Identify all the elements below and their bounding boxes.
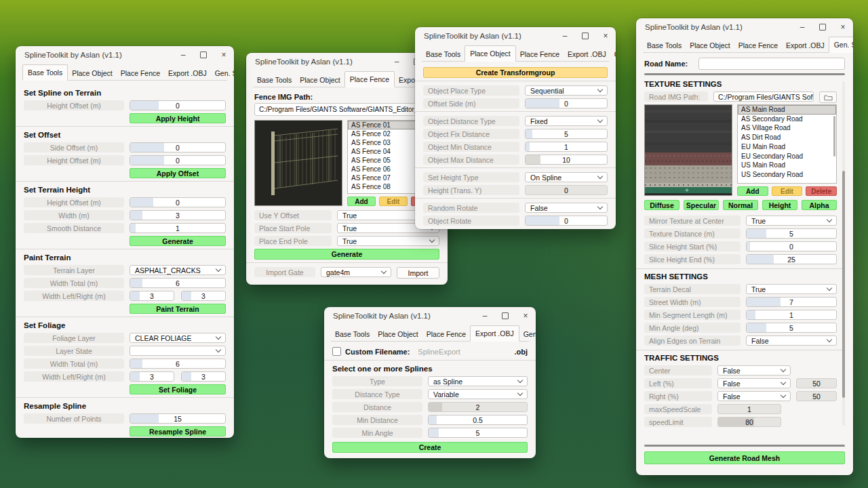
object-place-type-dropdown[interactable]: Sequential (525, 85, 608, 96)
apply-offset-button[interactable]: Apply Offset (130, 168, 226, 178)
list-item[interactable]: EU Secondary Road (738, 152, 836, 161)
traffic-center-dropdown[interactable]: False (717, 365, 791, 375)
add-road-button[interactable]: Add (737, 186, 768, 196)
tab-place-fence[interactable]: Place Fence (516, 47, 564, 61)
generate-fence-button[interactable]: Generate (254, 249, 439, 260)
width-right-field[interactable]: 3 (181, 291, 226, 301)
minimize-button[interactable]: – (792, 18, 812, 36)
close-button[interactable]: × (515, 307, 536, 325)
width-field[interactable]: 3 (130, 210, 226, 220)
tab-place-object[interactable]: Place Object (68, 66, 117, 80)
smooth-distance-field[interactable]: 1 (130, 223, 226, 233)
edit-road-button[interactable]: Edit (772, 186, 803, 196)
alpha-button[interactable]: Alpha (802, 200, 837, 210)
height-offset-field[interactable]: 0 (130, 197, 226, 207)
width-left-field[interactable]: 3 (130, 291, 174, 301)
generate-road-mesh-button[interactable]: Generate Road Mesh (644, 451, 845, 464)
tab-base-tools[interactable]: Base Tools (22, 64, 68, 81)
list-item[interactable]: AS Dirt Road (738, 133, 836, 142)
terrain-layer-dropdown[interactable]: ASPHALT_CRACKS (130, 265, 226, 275)
height-trans-y-field[interactable]: 0 (525, 185, 608, 195)
tab-gen-street[interactable]: Gen. Street (829, 37, 853, 53)
paint-terrain-button[interactable]: Paint Terrain (130, 304, 226, 314)
traffic-left-dropdown[interactable]: False (717, 378, 791, 388)
height-offset-field[interactable]: 0 (130, 100, 226, 110)
width-right-field[interactable]: 3 (181, 371, 226, 382)
foliage-layer-dropdown[interactable]: CLEAR FOLIAGE (130, 333, 226, 343)
tab-gen-street[interactable]: Gen. Street (211, 66, 234, 80)
road-list[interactable]: AS Main Road AS Secondary Road AS Villag… (737, 104, 837, 184)
list-scrollbar[interactable] (833, 116, 835, 157)
set-foliage-button[interactable]: Set Foliage (130, 384, 226, 394)
maximize-button[interactable] (495, 307, 515, 325)
import-button[interactable]: Import (397, 267, 439, 279)
object-max-distance-field[interactable]: 10 (525, 155, 608, 165)
list-item[interactable]: EU Main Road (738, 142, 836, 152)
tab-base-tools[interactable]: Base Tools (331, 327, 374, 341)
title-bar[interactable]: SplineToolkit by Aslan (v1.1) – × (415, 27, 616, 45)
maximize-button[interactable] (575, 27, 595, 45)
normal-button[interactable]: Normal (723, 200, 758, 210)
tab-place-fence[interactable]: Place Fence (344, 71, 395, 87)
close-button[interactable]: × (214, 46, 234, 64)
generate-terrain-button[interactable]: Generate (130, 236, 226, 246)
tab-place-object[interactable]: Place Object (374, 327, 422, 341)
specular-button[interactable]: Specular (684, 200, 719, 210)
scrollbar-thumb[interactable] (842, 171, 845, 398)
list-item[interactable]: AS Main Road (738, 105, 836, 115)
tab-gen-street[interactable]: Gen. Street (519, 327, 536, 341)
tab-place-fence[interactable]: Place Fence (734, 39, 782, 52)
slice-start-field[interactable]: 0 (746, 241, 837, 251)
road-name-input[interactable] (698, 58, 845, 70)
title-bar[interactable]: SplineToolkit by Aslan (v1.1) – × (324, 307, 536, 325)
fence-img-path-field[interactable]: C:/Program Files/GIANTS Software/GIANTS_… (254, 103, 439, 116)
title-bar[interactable]: SplineToolkit by Aslan (v1.1) – × (636, 18, 853, 36)
traffic-right-dropdown[interactable]: False (717, 391, 791, 401)
tab-export-obj[interactable]: Export .OBJ (782, 39, 829, 52)
offset-side-field[interactable]: 0 (525, 98, 608, 108)
close-button[interactable]: × (595, 27, 616, 45)
maximize-button[interactable] (193, 46, 214, 64)
height-offset-field[interactable]: 0 (130, 155, 226, 165)
create-export-button[interactable]: Create (332, 442, 528, 453)
browse-folder-button[interactable] (819, 92, 837, 103)
width-total-field[interactable]: 6 (130, 278, 226, 288)
minimize-button[interactable]: – (475, 307, 495, 325)
tab-export-obj[interactable]: Export .OBJ (564, 47, 610, 61)
width-total-field[interactable]: 6 (130, 359, 226, 369)
filename-placeholder[interactable]: SplineExport (418, 348, 460, 356)
object-distance-type-dropdown[interactable]: Fixed (525, 116, 608, 126)
min-angle-field[interactable]: 5 (746, 323, 837, 333)
apply-height-button[interactable]: Apply Height (130, 113, 226, 123)
street-width-field[interactable]: 7 (746, 297, 837, 307)
min-segment-field[interactable]: 1 (746, 310, 837, 320)
list-item[interactable]: AS Village Road (738, 123, 836, 133)
edit-fence-button[interactable]: Edit (379, 197, 408, 206)
object-min-distance-field[interactable]: 1 (525, 142, 608, 152)
tab-place-object[interactable]: Place Object (686, 39, 734, 52)
set-height-type-dropdown[interactable]: On Spline (525, 172, 608, 182)
height-button[interactable]: Height (762, 200, 797, 210)
speed-limit-field[interactable]: 80 (717, 417, 781, 427)
traffic-right-pct-field[interactable]: 50 (796, 391, 837, 401)
import-gate-dropdown[interactable]: gate4m (321, 267, 391, 277)
tab-place-object[interactable]: Place Object (465, 45, 516, 62)
title-bar[interactable]: SplineToolkit by Aslan (v1.1) – × (16, 46, 234, 64)
layer-state-dropdown[interactable] (130, 346, 226, 356)
traffic-left-pct-field[interactable]: 50 (796, 378, 837, 388)
mirror-texture-dropdown[interactable]: True (746, 216, 837, 226)
minimize-button[interactable]: – (387, 53, 407, 70)
tab-base-tools[interactable]: Base Tools (643, 39, 686, 52)
tab-place-object[interactable]: Place Object (296, 73, 344, 87)
list-item[interactable]: US Main Road (738, 161, 836, 170)
minimize-button[interactable]: – (555, 27, 575, 45)
min-distance-field[interactable]: 0.5 (428, 415, 528, 425)
add-fence-button[interactable]: Add (347, 197, 376, 206)
diffuse-button[interactable]: Diffuse (644, 200, 679, 210)
object-fix-distance-field[interactable]: 5 (525, 129, 608, 139)
road-img-path-field[interactable]: C:/Program Files/GIANTS Software/GIANTS (713, 92, 814, 102)
tab-place-fence[interactable]: Place Fence (422, 327, 470, 341)
tab-base-tools[interactable]: Base Tools (253, 73, 296, 87)
list-item[interactable]: US Secondary Road (738, 170, 836, 180)
tab-place-fence[interactable]: Place Fence (117, 66, 164, 80)
